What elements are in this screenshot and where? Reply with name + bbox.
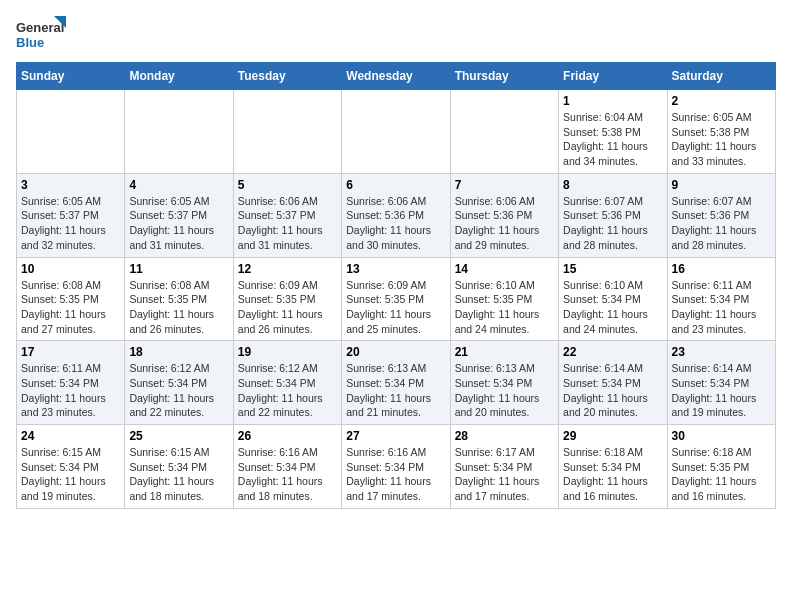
day-number: 16 [672,262,771,276]
day-info: Sunrise: 6:05 AM Sunset: 5:37 PM Dayligh… [129,194,228,253]
day-number: 27 [346,429,445,443]
week-row-5: 24Sunrise: 6:15 AM Sunset: 5:34 PM Dayli… [17,425,776,509]
day-number: 26 [238,429,337,443]
calendar-cell: 6Sunrise: 6:06 AM Sunset: 5:36 PM Daylig… [342,173,450,257]
calendar-cell: 7Sunrise: 6:06 AM Sunset: 5:36 PM Daylig… [450,173,558,257]
calendar-cell: 14Sunrise: 6:10 AM Sunset: 5:35 PM Dayli… [450,257,558,341]
day-number: 7 [455,178,554,192]
logo-icon: GeneralBlue [16,16,66,52]
calendar-cell: 13Sunrise: 6:09 AM Sunset: 5:35 PM Dayli… [342,257,450,341]
calendar-cell: 12Sunrise: 6:09 AM Sunset: 5:35 PM Dayli… [233,257,341,341]
header-tuesday: Tuesday [233,63,341,90]
day-number: 13 [346,262,445,276]
week-row-4: 17Sunrise: 6:11 AM Sunset: 5:34 PM Dayli… [17,341,776,425]
day-info: Sunrise: 6:12 AM Sunset: 5:34 PM Dayligh… [129,361,228,420]
logo: GeneralBlue [16,16,66,52]
day-info: Sunrise: 6:10 AM Sunset: 5:35 PM Dayligh… [455,278,554,337]
day-info: Sunrise: 6:09 AM Sunset: 5:35 PM Dayligh… [238,278,337,337]
day-info: Sunrise: 6:16 AM Sunset: 5:34 PM Dayligh… [238,445,337,504]
svg-text:Blue: Blue [16,35,44,50]
day-info: Sunrise: 6:18 AM Sunset: 5:35 PM Dayligh… [672,445,771,504]
day-number: 24 [21,429,120,443]
day-info: Sunrise: 6:08 AM Sunset: 5:35 PM Dayligh… [21,278,120,337]
calendar-cell: 28Sunrise: 6:17 AM Sunset: 5:34 PM Dayli… [450,425,558,509]
calendar-cell [233,90,341,174]
day-number: 12 [238,262,337,276]
day-number: 19 [238,345,337,359]
calendar-cell [450,90,558,174]
week-row-1: 1Sunrise: 6:04 AM Sunset: 5:38 PM Daylig… [17,90,776,174]
calendar-cell: 24Sunrise: 6:15 AM Sunset: 5:34 PM Dayli… [17,425,125,509]
calendar-cell: 19Sunrise: 6:12 AM Sunset: 5:34 PM Dayli… [233,341,341,425]
calendar-cell: 17Sunrise: 6:11 AM Sunset: 5:34 PM Dayli… [17,341,125,425]
day-info: Sunrise: 6:15 AM Sunset: 5:34 PM Dayligh… [129,445,228,504]
header-row: SundayMondayTuesdayWednesdayThursdayFrid… [17,63,776,90]
day-number: 30 [672,429,771,443]
day-info: Sunrise: 6:13 AM Sunset: 5:34 PM Dayligh… [346,361,445,420]
day-info: Sunrise: 6:17 AM Sunset: 5:34 PM Dayligh… [455,445,554,504]
day-number: 23 [672,345,771,359]
calendar-cell: 15Sunrise: 6:10 AM Sunset: 5:34 PM Dayli… [559,257,667,341]
calendar-cell: 25Sunrise: 6:15 AM Sunset: 5:34 PM Dayli… [125,425,233,509]
day-number: 17 [21,345,120,359]
day-info: Sunrise: 6:04 AM Sunset: 5:38 PM Dayligh… [563,110,662,169]
calendar-table: SundayMondayTuesdayWednesdayThursdayFrid… [16,62,776,509]
day-info: Sunrise: 6:09 AM Sunset: 5:35 PM Dayligh… [346,278,445,337]
header-saturday: Saturday [667,63,775,90]
week-row-2: 3Sunrise: 6:05 AM Sunset: 5:37 PM Daylig… [17,173,776,257]
header-friday: Friday [559,63,667,90]
day-number: 22 [563,345,662,359]
day-number: 15 [563,262,662,276]
calendar-cell: 11Sunrise: 6:08 AM Sunset: 5:35 PM Dayli… [125,257,233,341]
week-row-3: 10Sunrise: 6:08 AM Sunset: 5:35 PM Dayli… [17,257,776,341]
header-thursday: Thursday [450,63,558,90]
day-number: 29 [563,429,662,443]
day-info: Sunrise: 6:07 AM Sunset: 5:36 PM Dayligh… [563,194,662,253]
calendar-cell: 4Sunrise: 6:05 AM Sunset: 5:37 PM Daylig… [125,173,233,257]
day-number: 4 [129,178,228,192]
day-info: Sunrise: 6:14 AM Sunset: 5:34 PM Dayligh… [672,361,771,420]
day-info: Sunrise: 6:12 AM Sunset: 5:34 PM Dayligh… [238,361,337,420]
day-number: 2 [672,94,771,108]
day-info: Sunrise: 6:06 AM Sunset: 5:37 PM Dayligh… [238,194,337,253]
day-number: 20 [346,345,445,359]
calendar-cell: 16Sunrise: 6:11 AM Sunset: 5:34 PM Dayli… [667,257,775,341]
calendar-cell: 27Sunrise: 6:16 AM Sunset: 5:34 PM Dayli… [342,425,450,509]
day-number: 1 [563,94,662,108]
calendar-cell: 5Sunrise: 6:06 AM Sunset: 5:37 PM Daylig… [233,173,341,257]
calendar-cell: 9Sunrise: 6:07 AM Sunset: 5:36 PM Daylig… [667,173,775,257]
day-info: Sunrise: 6:06 AM Sunset: 5:36 PM Dayligh… [346,194,445,253]
day-info: Sunrise: 6:11 AM Sunset: 5:34 PM Dayligh… [21,361,120,420]
page-header: GeneralBlue [16,16,776,52]
day-number: 10 [21,262,120,276]
day-number: 5 [238,178,337,192]
day-number: 9 [672,178,771,192]
day-info: Sunrise: 6:14 AM Sunset: 5:34 PM Dayligh… [563,361,662,420]
day-info: Sunrise: 6:11 AM Sunset: 5:34 PM Dayligh… [672,278,771,337]
day-number: 6 [346,178,445,192]
header-wednesday: Wednesday [342,63,450,90]
day-info: Sunrise: 6:05 AM Sunset: 5:38 PM Dayligh… [672,110,771,169]
calendar-cell [17,90,125,174]
day-info: Sunrise: 6:18 AM Sunset: 5:34 PM Dayligh… [563,445,662,504]
day-info: Sunrise: 6:07 AM Sunset: 5:36 PM Dayligh… [672,194,771,253]
calendar-cell: 10Sunrise: 6:08 AM Sunset: 5:35 PM Dayli… [17,257,125,341]
calendar-cell: 18Sunrise: 6:12 AM Sunset: 5:34 PM Dayli… [125,341,233,425]
day-number: 3 [21,178,120,192]
day-number: 25 [129,429,228,443]
calendar-cell: 30Sunrise: 6:18 AM Sunset: 5:35 PM Dayli… [667,425,775,509]
calendar-cell: 1Sunrise: 6:04 AM Sunset: 5:38 PM Daylig… [559,90,667,174]
day-info: Sunrise: 6:06 AM Sunset: 5:36 PM Dayligh… [455,194,554,253]
day-number: 18 [129,345,228,359]
calendar-cell: 8Sunrise: 6:07 AM Sunset: 5:36 PM Daylig… [559,173,667,257]
day-number: 28 [455,429,554,443]
calendar-cell: 23Sunrise: 6:14 AM Sunset: 5:34 PM Dayli… [667,341,775,425]
day-info: Sunrise: 6:16 AM Sunset: 5:34 PM Dayligh… [346,445,445,504]
day-number: 8 [563,178,662,192]
calendar-cell: 2Sunrise: 6:05 AM Sunset: 5:38 PM Daylig… [667,90,775,174]
calendar-cell: 3Sunrise: 6:05 AM Sunset: 5:37 PM Daylig… [17,173,125,257]
calendar-cell: 26Sunrise: 6:16 AM Sunset: 5:34 PM Dayli… [233,425,341,509]
header-sunday: Sunday [17,63,125,90]
day-number: 21 [455,345,554,359]
calendar-cell [125,90,233,174]
